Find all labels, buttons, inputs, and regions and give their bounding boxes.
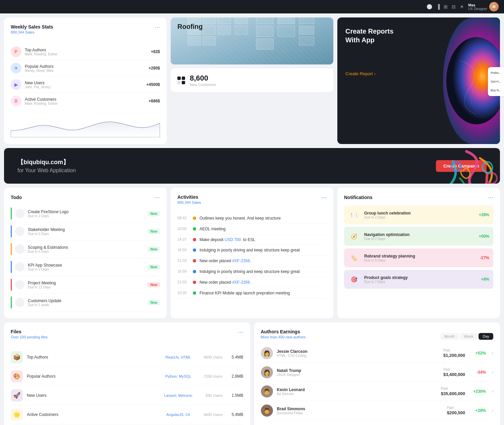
files-size: 1.5MB <box>227 393 243 398</box>
notif-info: Navigation optimization Due In 2 Days <box>364 232 475 241</box>
activity-text: Outlines keep you honest. And keep struc… <box>200 216 327 221</box>
author-paid: Paid $3,400,000 <box>443 368 465 377</box>
notif-due: Due In 5 Days <box>364 258 476 262</box>
stats-name: Active Customers <box>25 97 149 102</box>
activity-text-main: Outlines keep you honest. And keep struc… <box>200 216 281 221</box>
authors-earnings-card: Authors Earnings More than 400 new autho… <box>254 322 500 425</box>
todo-badge: New <box>148 282 160 287</box>
todo-bar <box>11 279 12 291</box>
author-role: Successful Fellas <box>277 411 443 415</box>
activity-dot <box>193 238 196 241</box>
files-users: 890 Users <box>199 393 223 397</box>
search-icon[interactable]: ⚪ <box>427 4 432 9</box>
author-change: +28% <box>469 408 486 413</box>
earnings-header: Authors Earnings More than 400 new autho… <box>261 329 494 344</box>
files-name: Top Authors <box>27 355 158 360</box>
side-panel-item-get[interactable]: Get H... <box>490 79 502 85</box>
author-change: -34% <box>469 370 486 375</box>
activity-link[interactable]: #XF-2356. <box>232 280 251 285</box>
stats-people: Randy, Steve, Mike <box>25 69 149 73</box>
author-chevron-icon[interactable]: › <box>492 408 493 413</box>
notifications-menu[interactable]: ⋯ <box>488 194 493 201</box>
activities-subtitle: 890,344 Sales <box>177 200 201 204</box>
author-role: HTML, CSS Coding <box>277 354 439 358</box>
notification-item: 🎯 Product goals strategy Due in 7 Days +… <box>344 270 493 289</box>
activity-link[interactable]: USD 700. <box>225 237 242 242</box>
side-panel-item-buy[interactable]: Buy N... <box>490 87 502 93</box>
todo-name: Project Meeting <box>28 281 144 285</box>
author-name: Jessie Clarcson <box>277 349 439 354</box>
author-role: UI/UX Designer <box>277 373 439 377</box>
create-report-link[interactable]: Create Report › <box>345 71 492 76</box>
todo-badge: New <box>148 247 160 252</box>
reports-card: Create Reports With App Create Report › <box>337 17 500 144</box>
activity-link[interactable]: #XF-2356. <box>232 258 251 263</box>
stats-name: New Users <box>25 81 147 85</box>
earnings-tab-month[interactable]: Month <box>440 333 459 340</box>
todo-badge: New <box>148 229 160 234</box>
author-name: Natali Trump <box>277 368 439 373</box>
notif-info: Product goals strategy Due in 7 Days <box>364 275 477 284</box>
todo-menu[interactable]: ⋯ <box>155 194 160 201</box>
todo-avatar <box>15 244 24 254</box>
activity-time: 08:42 <box>177 216 189 220</box>
stats-info: Popular Authors Randy, Steve, Mike <box>25 64 149 73</box>
notif-due: Due In 2 Days <box>364 216 475 219</box>
author-paid: Paid $1,200,000 <box>443 348 465 358</box>
files-title: Files <box>11 329 48 334</box>
todo-avatar <box>15 227 24 236</box>
avatar[interactable]: M <box>489 2 499 11</box>
theme-icon[interactable]: ☀ <box>460 4 464 9</box>
activity-item: 16:50 Indulging in poorly driving and ke… <box>177 267 327 277</box>
files-name: New Users <box>27 393 158 398</box>
earnings-tab-week[interactable]: Week <box>460 333 478 340</box>
activity-text-main: New order placed <box>200 258 232 263</box>
earnings-tab-day[interactable]: Day <box>479 333 493 340</box>
todo-item: Project Meeting Due in 12 Days New <box>11 276 160 294</box>
todo-item: Scoping & Estimations Due in 5 Days New <box>11 240 160 258</box>
grid-icon[interactable]: ⊟ <box>452 4 456 9</box>
files-name: Popular Authors <box>27 374 158 379</box>
notif-icon: 🎯 <box>348 273 360 285</box>
todo-item: Create FireStone Logo Due in 2 Days New <box>11 205 160 223</box>
notification-item: 🧭 Navigation optimization Due In 2 Days … <box>344 227 493 246</box>
activity-text: AEOL meeting <box>200 226 327 232</box>
side-panel-item-prebu[interactable]: Prebu... <box>490 70 502 76</box>
stats-value: +280$ <box>149 66 160 70</box>
weekly-sales-menu[interactable]: ⋯ <box>155 24 160 31</box>
activity-dot <box>193 259 196 263</box>
author-item: 👩 Natali Trump UI/UX Designer Paid $3,40… <box>261 363 494 382</box>
author-chevron-icon[interactable]: › <box>492 370 493 375</box>
todo-info: Customers Update Due in 1 week <box>28 298 144 307</box>
activity-item: 10:30 Finance KPI Mobile app launch prep… <box>177 288 327 299</box>
files-card: Files Over 100 pending files ⋯ 📦 Top Aut… <box>4 322 250 425</box>
todo-info: Create FireStone Logo Due in 2 Days <box>28 209 144 218</box>
author-info: Jessie Clarcson HTML, CSS Coding <box>277 349 439 358</box>
swirl-decoration <box>406 148 500 184</box>
apps-icon[interactable]: ⊞ <box>444 4 448 9</box>
notifications-title: Notifications <box>344 195 373 200</box>
author-info: Brad Simmons Successful Fellas <box>277 407 443 415</box>
activities-menu[interactable]: ⋯ <box>321 194 327 201</box>
todo-bar <box>11 261 12 273</box>
weekly-sales-subtitle: 890,344 Sales <box>11 30 53 34</box>
stats-icon: ▶ <box>11 79 21 90</box>
files-icon: 📦 <box>11 351 23 363</box>
notif-icon: 🍽️ <box>348 209 360 221</box>
sales-chart <box>11 114 160 137</box>
author-chevron-icon[interactable]: › <box>492 389 493 394</box>
weekly-sales-card: Weekly Sales Stats 890,344 Sales ⋯ P Top… <box>4 17 167 144</box>
stats-people: John, Pat, Jimmy <box>25 85 147 89</box>
activity-item: 16:50 Indulging in poorly driving and ke… <box>177 245 327 256</box>
author-avatar: 👨 <box>261 405 273 417</box>
author-avatar: 👩 <box>261 347 273 359</box>
activity-text-main: Indulging in poorly driving and keep str… <box>200 269 300 274</box>
notif-info: Group lunch celebration Due In 2 Days <box>364 211 475 219</box>
todo-bar <box>11 243 12 255</box>
files-menu[interactable]: ⋯ <box>238 329 243 335</box>
notif-name: Rebrand strategy planning <box>364 254 476 258</box>
author-chevron-icon[interactable]: › <box>492 351 493 356</box>
todo-info: Stakeholder Meeting Due in 3 Days <box>28 227 144 236</box>
files-users: 7200 Users <box>199 374 223 378</box>
files-subtitle: Over 100 pending files <box>11 335 48 339</box>
